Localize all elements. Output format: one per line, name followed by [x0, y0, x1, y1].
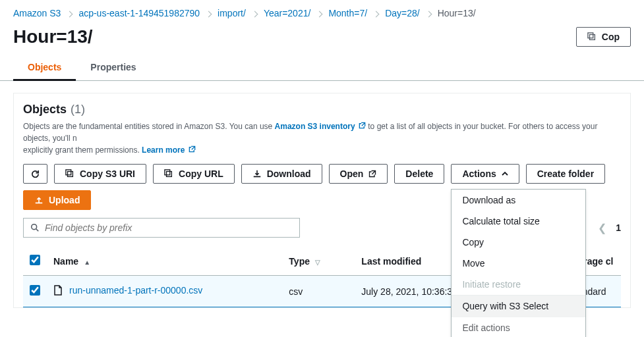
panel-title-text: Objects	[23, 103, 67, 117]
chevron-right-icon	[206, 8, 211, 18]
upload-label: Upload	[49, 195, 80, 205]
caret-up-icon	[502, 170, 508, 177]
cell-type: csv	[282, 276, 355, 307]
svg-rect-0	[589, 35, 595, 40]
breadcrumb-item[interactable]: acp-us-east-1-149451982790	[78, 8, 200, 18]
copy-s3-uri-button[interactable]: Copy S3 URI	[54, 164, 146, 184]
delete-button[interactable]: Delete	[394, 164, 444, 184]
search-icon	[30, 223, 40, 232]
copy-icon	[587, 32, 597, 41]
external-link-icon	[189, 145, 196, 153]
refresh-icon	[30, 169, 40, 179]
upload-icon	[34, 195, 44, 205]
copy-icon	[65, 169, 74, 178]
breadcrumb-item[interactable]: import/	[218, 8, 246, 18]
delete-label: Delete	[405, 168, 433, 179]
panel-title: Objects (1)	[23, 103, 621, 117]
upload-button[interactable]: Upload	[23, 190, 91, 210]
tab-properties[interactable]: Properties	[76, 55, 150, 80]
panel-count: (1)	[71, 103, 85, 117]
toolbar: Copy S3 URI Copy URL Download Open Delet…	[23, 164, 621, 184]
chevron-right-icon	[252, 8, 257, 18]
sort-icon: ▽	[315, 259, 320, 266]
menu-edit-actions[interactable]: Edit actions	[452, 317, 585, 337]
tab-objects[interactable]: Objects	[13, 55, 76, 81]
s3-inventory-link[interactable]: Amazon S3 inventory	[275, 122, 366, 131]
menu-initiate-restore: Initiate restore	[452, 274, 585, 295]
svg-rect-5	[165, 170, 170, 175]
row-checkbox[interactable]	[30, 285, 40, 296]
copy-s3-uri-label: Copy S3 URI	[80, 168, 135, 179]
create-folder-label: Create folder	[537, 168, 594, 179]
copy-icon	[164, 169, 173, 178]
breadcrumb-item[interactable]: Month=7/	[328, 8, 367, 18]
download-icon	[252, 169, 262, 178]
breadcrumb: Amazon S3 acp-us-east-1-149451982790 imp…	[0, 0, 644, 24]
open-label: Open	[340, 168, 364, 179]
chevron-right-icon	[426, 8, 431, 18]
chevron-right-icon	[317, 8, 322, 18]
external-link-icon	[359, 122, 366, 129]
menu-move[interactable]: Move	[452, 253, 585, 274]
col-type[interactable]: Type▽	[282, 247, 355, 276]
copy-s3-uri-header-button[interactable]: Cop	[576, 27, 631, 47]
object-name-link[interactable]: run-unnamed-1-part-r-00000.csv	[69, 285, 202, 296]
menu-download-as[interactable]: Download as	[452, 190, 585, 211]
sort-asc-icon: ▲	[84, 259, 90, 266]
select-all-checkbox[interactable]	[30, 255, 40, 265]
external-link-icon	[368, 170, 376, 178]
open-button[interactable]: Open	[329, 164, 388, 184]
refresh-button[interactable]	[23, 164, 47, 184]
col-select-all[interactable]	[23, 247, 47, 276]
search-input[interactable]	[45, 222, 293, 233]
svg-point-6	[32, 224, 37, 230]
objects-panel: Objects (1) Objects are the fundamental …	[13, 93, 631, 308]
breadcrumb-item[interactable]: Year=2021/	[264, 8, 311, 18]
learn-more-link[interactable]: Learn more	[142, 145, 196, 155]
pager-prev[interactable]: ❮	[598, 222, 606, 234]
breadcrumb-item-current: Hour=13/	[438, 8, 476, 18]
panel-description: Objects are the fundamental entities sto…	[23, 120, 621, 156]
pager-page: 1	[616, 222, 621, 233]
menu-copy[interactable]: Copy	[452, 232, 585, 253]
download-button[interactable]: Download	[241, 164, 322, 184]
tabs: Objects Properties	[0, 55, 644, 81]
download-label: Download	[267, 168, 311, 179]
file-icon	[53, 285, 63, 296]
svg-rect-3	[66, 170, 71, 175]
page-title: Hour=13/	[13, 26, 93, 47]
copy-url-button[interactable]: Copy URL	[153, 164, 235, 184]
svg-rect-1	[588, 33, 593, 38]
svg-rect-4	[167, 172, 172, 177]
col-name[interactable]: Name▲	[47, 247, 282, 276]
actions-menu: Download as Calculate total size Copy Mo…	[451, 189, 586, 337]
pager: ❮ 1	[598, 222, 621, 234]
menu-calculate-total-size[interactable]: Calculate total size	[452, 211, 585, 232]
chevron-right-icon	[67, 8, 72, 18]
actions-label: Actions	[462, 168, 496, 179]
breadcrumb-item[interactable]: Amazon S3	[13, 8, 61, 18]
chevron-right-icon	[374, 8, 378, 18]
copy-url-label: Copy URL	[179, 168, 223, 179]
actions-button[interactable]: Actions	[451, 164, 519, 184]
menu-query-s3-select[interactable]: Query with S3 Select	[452, 295, 585, 317]
search-box[interactable]	[23, 218, 300, 238]
copy-header-label: Cop	[602, 32, 620, 42]
breadcrumb-item[interactable]: Day=28/	[385, 8, 420, 18]
create-folder-button[interactable]: Create folder	[526, 164, 605, 184]
svg-rect-2	[68, 172, 73, 177]
